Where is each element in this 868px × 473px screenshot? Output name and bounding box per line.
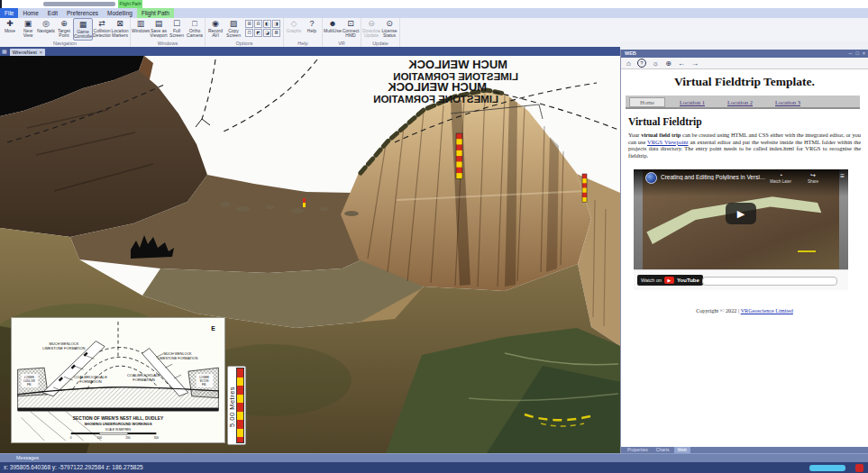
svg-text:LIMESTONE FORMATION: LIMESTONE FORMATION [158, 357, 198, 360]
ribbon-filler [620, 41, 868, 50]
help-icon[interactable]: ? [637, 59, 646, 68]
button-label: Target Point [55, 29, 73, 38]
video-body: Creating and Editing Polylines in Versio… [634, 169, 848, 270]
status-bar: x: 395805.640368 y: -5797122.292584 z: 1… [0, 462, 868, 473]
toggle-icon[interactable]: ◩ [254, 29, 262, 37]
svg-text:MUCH WENLOCK: MUCH WENLOCK [163, 352, 192, 356]
toggle-icon[interactable]: ◨ [272, 20, 280, 28]
bulb-icon[interactable]: ☼ [653, 58, 659, 69]
close-icon[interactable]: × [863, 50, 865, 58]
share-button[interactable]: ↪ Share [798, 172, 828, 184]
watch-later-button[interactable]: ◔ Watch Later [765, 172, 796, 184]
share-label: Share [798, 179, 828, 184]
thumbnail-scale-mark [798, 250, 816, 252]
target-icon: ⊕ [60, 18, 68, 29]
viewport-grid-icon[interactable]: ▦ [2, 47, 7, 56]
ribbon-group-options: ◉Record AVI ▨Copy Screen ⊞ ⊟ ◧ ◨ ⊡ ◩ ◪ ⊠… [206, 18, 284, 47]
ortho-camera-icon: □ [192, 18, 196, 29]
viewport-3d-scene[interactable]: MUCH WENLOCK LIMESTONE FORMATION MUCH WE… [0, 56, 620, 453]
paragraph-text: Your [628, 132, 641, 138]
window-title-area [43, 2, 115, 6]
scale-bar-label: 5.00 Metres [228, 368, 237, 444]
record-avi-button[interactable]: ◉Record AVI [206, 18, 224, 41]
forward-icon[interactable]: → [691, 58, 699, 69]
copy-screen-button[interactable]: ▨Copy Screen [224, 18, 242, 41]
location-markers-button[interactable]: ⊠Location Markers [111, 18, 129, 41]
globe-icon[interactable]: ⊕ [665, 58, 672, 69]
viewport-tab-strip: ▦ WrensNest × [0, 47, 620, 56]
play-button[interactable]: ▶ [726, 203, 756, 224]
collision-detection-button[interactable]: ⇄Collision Detection [93, 18, 111, 41]
watch-on-youtube-button[interactable]: Watch on ▶ YouTube [637, 275, 703, 286]
button-label: Ortho Camera [186, 29, 204, 38]
channel-avatar[interactable] [645, 172, 657, 184]
ribbon-group-vr: ☻MultiUser ⊡Connect HMD VR [323, 18, 361, 47]
toggle-icon[interactable]: ⊟ [254, 20, 262, 28]
button-label: Graphs [285, 29, 303, 38]
tab-edit[interactable]: Edit [43, 8, 62, 18]
survey-pole [456, 133, 462, 178]
section-heading: Virtual Fieldtrip [628, 116, 702, 127]
minimize-icon[interactable]: ─ [849, 50, 853, 58]
group-label-update: Update [362, 41, 398, 47]
full-screen-button[interactable]: ☐Full Screen [168, 18, 186, 41]
button-label: Download Update [362, 29, 380, 38]
vrgeoscience-link[interactable]: VRGeoscience Limited [741, 307, 793, 314]
move-button[interactable]: ✚Move [1, 18, 19, 41]
windows-icon: ▥ [137, 18, 145, 29]
video-menu-icon[interactable]: ≡ [840, 173, 845, 180]
fieldtrip-tab-location-1[interactable]: Location 1 [680, 99, 705, 105]
fieldtrip-web-page: Virtual Fieldtrip Template. Home Locatio… [621, 69, 868, 447]
maximize-icon[interactable]: □ [855, 50, 858, 58]
fieldtrip-tab-location-2[interactable]: Location 2 [727, 99, 753, 105]
tab-file[interactable]: File [0, 8, 18, 18]
fieldtrip-tab-location-3[interactable]: Location 3 [775, 99, 800, 105]
close-icon[interactable]: × [40, 49, 42, 56]
download-update-button[interactable]: ⊖Download Update [362, 18, 380, 41]
target-point-button[interactable]: ⊕Target Point [55, 18, 73, 41]
survey-marker [303, 198, 306, 207]
download-icon: ⊖ [368, 18, 375, 29]
game-controller-button[interactable]: ▦Game Controller [73, 18, 93, 41]
toggle-icon[interactable]: ◧ [263, 20, 271, 28]
multiuser-button[interactable]: ☻MultiUser [324, 18, 342, 41]
messages-strip[interactable]: Messages [0, 453, 868, 462]
tab-flight-path[interactable]: Flight Path [137, 8, 174, 18]
tab-preferences[interactable]: Preferences [62, 8, 103, 18]
video-bottom-bar: Watch on ▶ YouTube [634, 269, 848, 290]
status-logo-icon [855, 464, 863, 472]
vrgs-viewpoint-link[interactable]: VRGS Viewpoint [647, 139, 688, 145]
toggle-icon[interactable]: ⊠ [272, 29, 280, 37]
ortho-camera-button[interactable]: □Ortho Camera [186, 18, 204, 41]
web-panel: WEB ─ □ × ⌂ ? ☼ ⊕ ← → Virtual Fieldtrip … [620, 50, 868, 453]
toggle-icon[interactable]: ◪ [263, 29, 271, 37]
tab-charts[interactable]: Charts [653, 447, 673, 453]
svg-text:MUCH WENLOCK: MUCH WENLOCK [388, 80, 487, 94]
windows-button[interactable]: ▥Windows [132, 18, 150, 41]
tab-web[interactable]: Web [674, 447, 690, 453]
back-icon[interactable]: ← [678, 58, 685, 69]
help-button[interactable]: ?Help [303, 18, 321, 41]
new-view-button[interactable]: ▣New View [19, 18, 37, 41]
fieldtrip-tab-home[interactable]: Home [629, 97, 665, 107]
license-status-button[interactable]: ⊙License Status [380, 18, 398, 41]
group-label-windows: Windows [132, 41, 204, 47]
paragraph-bold: virtual field trip [641, 132, 681, 138]
connect-hmd-button[interactable]: ⊡Connect HMD [342, 18, 360, 41]
toggle-icon[interactable]: ⊡ [245, 29, 253, 37]
video-title[interactable]: Creating and Editing Polylines in Versio… [661, 174, 767, 180]
save-viewport-button[interactable]: ▤Save as Viewport [150, 18, 168, 41]
button-label: Location Markers [111, 29, 129, 38]
graphs-button[interactable]: ◇Graphs [285, 18, 303, 41]
navigation-button[interactable]: ◎Navigation [37, 18, 55, 41]
video-seek-bar[interactable] [702, 277, 837, 286]
home-icon[interactable]: ⌂ [626, 58, 631, 69]
toggle-icon[interactable]: ⊞ [245, 20, 253, 28]
viewport-tab-wrensnest[interactable]: WrensNest × [10, 49, 45, 56]
tab-properties[interactable]: Properties [624, 447, 652, 453]
group-label-help: Help [285, 41, 321, 47]
tab-modelling[interactable]: Modelling [103, 8, 137, 18]
youtube-embed[interactable]: Creating and Editing Polylines in Versio… [634, 169, 848, 290]
tab-home[interactable]: Home [18, 8, 42, 18]
svg-text:FM.: FM. [27, 383, 32, 387]
